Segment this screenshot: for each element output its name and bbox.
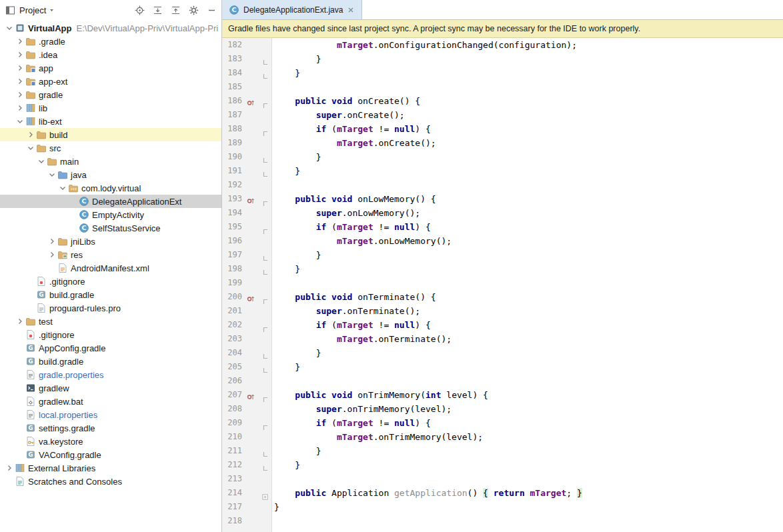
tree-item-java[interactable]: java [0,168,221,181]
override-method-icon[interactable] [247,195,255,203]
tree-item-emptyactivity[interactable]: CEmptyActivity [0,208,221,221]
tree-item-gradle-properties[interactable]: gradle.properties [0,368,221,381]
tree-item-scratches-and-consoles[interactable]: Scratches and Consoles [0,475,221,488]
fold-marker-icon[interactable] [262,70,268,76]
expand-all-icon[interactable] [152,5,163,15]
chevron-down-icon[interactable] [36,157,46,166]
code-text: super.onTerminate(); [271,304,420,318]
chevron-right-icon[interactable] [15,77,25,86]
tree-item-gitignore[interactable]: .gitignore [0,275,221,288]
tree-item-selfstatusservice[interactable]: CSelfStatusService [0,221,221,235]
collapse-all-icon[interactable] [170,5,181,15]
fold-marker-icon[interactable] [262,294,268,300]
chevron-down-icon[interactable] [4,23,14,33]
tree-item-local-properties[interactable]: local.properties [0,408,221,421]
select-opened-file-icon[interactable] [134,5,145,15]
chevron-right-icon[interactable] [4,463,14,473]
tree-item-virtualapp[interactable]: VirtualAppE:\Dev\VirtualApp-Priv\Virtual… [0,21,221,35]
gutter [245,234,271,248]
fold-marker-icon[interactable] [262,154,268,160]
fold-marker-icon[interactable] [262,98,268,104]
chevron-down-icon[interactable] [57,183,67,193]
code-editor[interactable]: 182 mTarget.onConfigurationChanged(confi… [222,38,783,532]
fold-marker-icon[interactable] [262,224,268,230]
fold-marker-icon[interactable] [262,266,268,272]
chevron-right-icon[interactable] [15,103,25,113]
chevron-down-icon[interactable] [47,170,57,179]
tree-item-proguard-rules-pro[interactable]: proguard-rules.pro [0,301,221,315]
tree-item-gradle[interactable]: .gradle [0,35,221,48]
tree-item-appconfig-gradle[interactable]: GAppConfig.gradle [0,341,221,355]
tree-item-androidmanifest-xml[interactable]: AndroidManifest.xml [0,261,221,275]
chevron-right-icon[interactable] [25,130,35,139]
tree-item-gradle[interactable]: gradle [0,88,221,101]
code-line-182: 182 mTarget.onConfigurationChanged(confi… [222,38,783,52]
chevron-right-icon[interactable] [15,37,25,46]
tree-item-main[interactable]: main [0,155,221,168]
line-number: 207 [222,388,245,402]
tree-item-gitignore[interactable]: .gitignore [0,328,221,341]
tree-item-com-lody-virtual[interactable]: com.lody.virtual [0,181,221,195]
tree-item-res[interactable]: res [0,248,221,261]
tree-item-external-libraries[interactable]: External Libraries [0,461,221,475]
gradle-icon: G [25,356,36,367]
line-number: 191 [222,164,245,178]
fold-marker-icon[interactable] [262,252,268,258]
scratch-icon [14,476,25,487]
code-line-206: 206 [222,374,783,388]
tree-item-src[interactable]: src [0,141,221,155]
tree-item-idea[interactable]: .idea [0,48,221,61]
fold-marker-icon[interactable] [262,392,268,398]
fold-marker-icon[interactable] [262,364,268,370]
fold-marker-icon[interactable] [262,56,268,62]
line-number: 213 [222,472,245,486]
tree-item-settings-gradle[interactable]: Gsettings.gradle [0,421,221,435]
tree-item-app-ext[interactable]: app-ext [0,75,221,88]
tree-item-app[interactable]: app [0,61,221,75]
folded-region-icon[interactable] [262,490,268,496]
chevron-spacer [15,343,25,353]
tree-item-gradlew-bat[interactable]: gradlew.bat [0,395,221,408]
tree-item-label: proguard-rules.pro [49,303,121,313]
chevron-right-icon[interactable] [47,250,57,259]
close-icon[interactable] [347,6,355,14]
override-method-icon[interactable] [247,293,255,301]
chevron-right-icon[interactable] [47,237,57,246]
project-view-selector[interactable]: Project [19,5,55,15]
tree-item-build-gradle[interactable]: Gbuild.gradle [0,288,221,301]
tree-item-lib[interactable]: lib [0,101,221,115]
fold-marker-icon[interactable] [262,350,268,356]
tree-item-build-gradle[interactable]: Gbuild.gradle [0,355,221,368]
fold-marker-icon[interactable] [262,322,268,328]
fold-marker-icon[interactable] [262,168,268,174]
tree-item-label: build [49,130,67,140]
tab-delegateapplicationext-java[interactable]: C DelegateApplicationExt.java [222,0,362,19]
tree-item-gradlew[interactable]: gradlew [0,381,221,395]
tree-item-vaconfig-gradle[interactable]: GVAConfig.gradle [0,448,221,461]
tree-item-lib-ext[interactable]: lib-ext [0,115,221,128]
tree-item-jnilibs[interactable]: jniLibs [0,235,221,248]
override-method-icon[interactable] [247,97,255,105]
chevron-right-icon[interactable] [15,90,25,99]
hide-icon[interactable] [206,5,217,15]
project-tree[interactable]: VirtualAppE:\Dev\VirtualApp-Priv\Virtual… [0,20,221,532]
override-method-icon[interactable] [247,391,255,399]
tree-item-label: VAConfig.gradle [39,450,101,460]
fold-marker-icon[interactable] [262,462,268,468]
fold-marker-icon[interactable] [262,420,268,426]
tree-item-test[interactable]: test [0,315,221,328]
chevron-right-icon[interactable] [15,317,25,326]
tree-item-build[interactable]: build [0,128,221,141]
fold-marker-icon[interactable] [262,126,268,132]
fold-marker-icon[interactable] [262,196,268,202]
settings-icon[interactable] [188,5,199,15]
code-line-217: 217} [222,500,783,514]
chevron-down-icon[interactable] [15,117,25,126]
chevron-right-icon[interactable] [15,63,25,73]
tree-item-va-keystore[interactable]: va.keystore [0,435,221,448]
fold-marker-icon[interactable] [262,448,268,454]
tree-item-delegateapplicationext[interactable]: CDelegateApplicationExt [0,195,221,208]
chevron-right-icon[interactable] [15,50,25,59]
svg-text:G: G [39,291,43,298]
chevron-down-icon[interactable] [25,143,35,153]
